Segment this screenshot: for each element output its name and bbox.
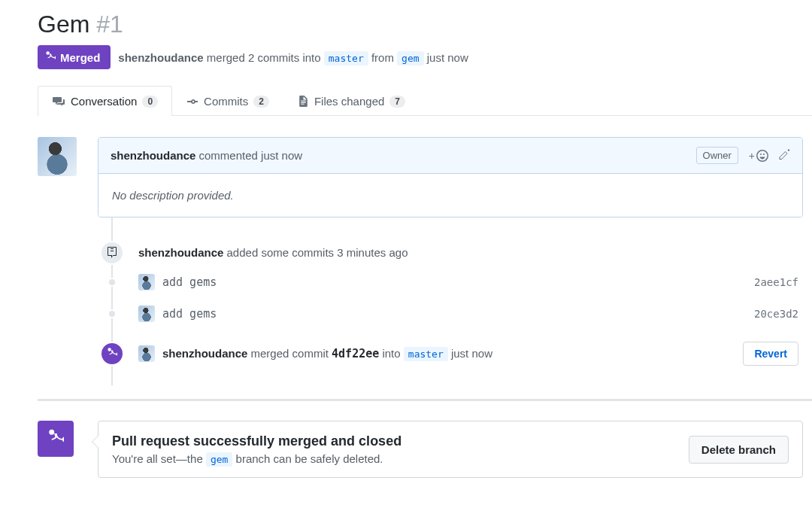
pr-title-row: Gem #1 xyxy=(38,9,812,39)
revert-button[interactable]: Revert xyxy=(743,342,798,366)
merged-badge-label: Merged xyxy=(60,51,100,64)
push-marker xyxy=(100,241,124,265)
tab-label: Conversation xyxy=(71,95,137,108)
tabnav: Conversation 0 Commits 2 Files changed 7 xyxy=(38,86,812,116)
merged-banner-icon xyxy=(38,421,74,457)
comment-body: No description provided. xyxy=(98,174,802,217)
timeline-merge-event: shenzhoudance merged commit 4df22ee into… xyxy=(111,330,812,378)
timeline-commit: add gems 2aee1cf xyxy=(111,266,812,298)
section-divider xyxy=(38,399,812,401)
edit-button[interactable] xyxy=(779,148,790,163)
head-branch[interactable]: gem xyxy=(397,51,423,65)
pr-title: Gem #1 xyxy=(38,9,812,39)
avatar[interactable] xyxy=(138,306,155,322)
discussion-icon xyxy=(52,96,65,108)
timeline-push-event: shenzhoudance added some commits 3 minut… xyxy=(111,239,812,266)
tab-label: Commits xyxy=(204,95,248,108)
tab-files[interactable]: Files changed 7 xyxy=(283,86,420,116)
tab-conversation[interactable]: Conversation 0 xyxy=(38,86,172,116)
comment-author[interactable]: shenzhoudance xyxy=(111,149,195,162)
commit-message[interactable]: add gems xyxy=(162,275,217,289)
avatar[interactable] xyxy=(138,274,155,290)
pr-title-text: Gem xyxy=(38,11,89,38)
comment-header: shenzhoudance commented just now Owner + xyxy=(98,138,802,174)
merge-meta: shenzhoudance merged 2 commits into mast… xyxy=(118,51,468,64)
merge-commit-sha[interactable]: 4df22ee xyxy=(332,347,379,360)
smiley-icon xyxy=(756,150,768,162)
merged-banner: Pull request successfully merged and clo… xyxy=(98,421,803,478)
tab-count: 0 xyxy=(142,96,158,108)
merge-icon xyxy=(47,428,64,449)
merged-badge: Merged xyxy=(38,45,111,69)
add-reaction-button[interactable]: + xyxy=(749,150,768,162)
owner-badge: Owner xyxy=(696,147,738,164)
delete-branch-button[interactable]: Delete branch xyxy=(689,436,789,464)
pencil-icon xyxy=(779,148,790,160)
commit-dot xyxy=(108,309,117,318)
avatar[interactable] xyxy=(138,345,155,362)
tab-commits[interactable]: Commits 2 xyxy=(172,86,283,116)
commit-sha[interactable]: 20ce3d2 xyxy=(754,308,812,320)
base-branch[interactable]: master xyxy=(324,51,368,65)
comment-time: commented just now xyxy=(195,149,302,162)
state-row: Merged shenzhoudance merged 2 commits in… xyxy=(38,45,812,69)
push-author[interactable]: shenzhoudance xyxy=(138,246,223,259)
repo-push-icon xyxy=(107,247,117,259)
merge-icon xyxy=(45,50,56,64)
commit-dot xyxy=(108,278,117,287)
commit-message[interactable]: add gems xyxy=(162,307,217,321)
commit-sha[interactable]: 2aee1cf xyxy=(754,276,812,288)
commit-icon xyxy=(186,96,198,108)
tab-count: 2 xyxy=(253,96,269,108)
merge-target-branch[interactable]: master xyxy=(404,347,448,361)
merged-banner-title: Pull request successfully merged and clo… xyxy=(112,433,401,449)
timeline-commit: add gems 20ce3d2 xyxy=(111,298,812,330)
merged-banner-branch: gem xyxy=(206,452,232,467)
tab-label: Files changed xyxy=(314,95,384,108)
merge-marker xyxy=(100,342,124,366)
pr-number: #1 xyxy=(96,11,123,38)
comment-box: shenzhoudance commented just now Owner +… xyxy=(98,137,803,217)
merge-icon xyxy=(107,347,117,360)
merged-banner-subtitle: You're all set—the gem branch can be saf… xyxy=(112,452,401,465)
avatar[interactable] xyxy=(38,137,77,176)
diff-icon xyxy=(298,95,309,108)
merge-author[interactable]: shenzhoudance xyxy=(118,51,203,64)
tab-count: 7 xyxy=(389,96,405,108)
merge-author[interactable]: shenzhoudance xyxy=(162,347,247,360)
